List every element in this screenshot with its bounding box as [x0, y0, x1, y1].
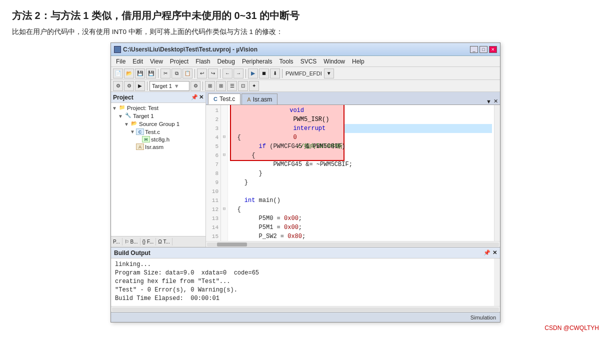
fold-6[interactable]: ⊟ [221, 150, 228, 159]
menu-window[interactable]: Window [320, 58, 348, 66]
menu-peripherals[interactable]: Peripherals [239, 58, 276, 66]
fold-14 [221, 222, 228, 231]
tree-isr-asm[interactable]: A Isr.asm [112, 143, 204, 150]
output-close-icon[interactable]: ✕ [492, 250, 497, 256]
toolbar-misc-btn4[interactable]: ⊡ [238, 81, 248, 91]
output-line-1: linking... [115, 260, 490, 269]
toolbar-sep4 [246, 69, 246, 78]
toolbar-undo-btn[interactable]: ↩ [197, 68, 207, 78]
toolbar-fwd-btn[interactable]: → [234, 68, 244, 78]
toolbar-misc-btn2[interactable]: ⊞ [216, 81, 226, 91]
code-line-13: P5M0 = 0x00 ; [230, 214, 492, 223]
toolbar-sep3 [220, 69, 220, 78]
int-num: 0 [290, 134, 296, 141]
toolbar-misc-btn1[interactable]: ⊞ [205, 81, 215, 91]
toolbar-debug-step2[interactable]: ⚙ [124, 81, 134, 91]
toolbar-build-btn[interactable]: ▶ [248, 68, 258, 78]
toolbar-new-btn[interactable]: 📄 [113, 68, 123, 78]
h-scrollbar-thumb[interactable] [217, 242, 247, 246]
ln-1: 1 [206, 106, 220, 115]
toolbar-stop-btn[interactable]: ⏹ [259, 68, 269, 78]
project-tab-f[interactable]: {} F... [140, 238, 156, 246]
line-numbers: 1 2 3 4 5 6 7 8 9 10 11 12 13 14 [206, 105, 221, 241]
project-panel-header: Project 📌 ✕ [111, 92, 206, 103]
menu-tools[interactable]: Tools [276, 58, 296, 66]
target-selector[interactable]: Target 1 ▼ [150, 81, 190, 91]
toolbar-redo-btn[interactable]: ↪ [208, 68, 218, 78]
toolbar-target-dropdown[interactable]: ▼ [324, 68, 334, 78]
menu-project[interactable]: Project [167, 58, 192, 66]
project-tab-p[interactable]: P... [111, 238, 122, 246]
menu-file[interactable]: File [113, 58, 128, 66]
val-psw2: 0x80 [288, 232, 302, 241]
toolbar-paste-btn[interactable]: 📋 [182, 68, 192, 78]
tree-test-c[interactable]: ▼ C Test.c [112, 128, 204, 136]
toolbar-saveall-btn[interactable]: 💾 [146, 68, 156, 78]
tree-source-group[interactable]: ▼ 📂 Source Group 1 [112, 120, 204, 128]
tree-project-root[interactable]: ▼ 📁 Project: Test [112, 104, 204, 112]
project-tab-o[interactable]: Ω T... [156, 238, 172, 246]
toolbar2-sep1 [147, 82, 148, 90]
page-title: 方法 2：与方法 1 类似，借用用户程序中未使用的 0~31 的中断号 [12, 9, 599, 22]
menu-view[interactable]: View [147, 58, 166, 66]
ide-title-text: C:\Users\Liu\Desktop\Test\Test.uvproj - … [123, 46, 258, 53]
code-line-15: P_SW2 = 0x80 ; [230, 232, 492, 241]
toolbar-cut-btn[interactable]: ✂ [160, 68, 170, 78]
ide-toolbar2: ⚙ ⚙ ▶ Target 1 ▼ ⚙ ⊞ ⊞ ☰ ⊡ ✦ [111, 80, 500, 92]
toolbar-debug-run[interactable]: ▶ [135, 81, 145, 91]
menu-debug[interactable]: Debug [214, 58, 238, 66]
tab-isr-asm[interactable]: A Isr.asm [242, 94, 278, 104]
tab-test-c[interactable]: C Test.c [208, 94, 240, 104]
val-p5m1: 0x00 [284, 223, 298, 232]
minimize-button[interactable]: _ [470, 46, 478, 53]
code-content[interactable]: #include <stc8g.h> void PWM5_ISR() inter… [228, 105, 494, 241]
fold-7 [221, 159, 228, 168]
toolbar-debug-step[interactable]: ⚙ [113, 81, 123, 91]
toolbar-copy-btn[interactable]: ⧉ [172, 68, 182, 78]
fold-9 [221, 177, 228, 186]
line5-text [230, 142, 259, 151]
code-editor: 1 2 3 4 5 6 7 8 9 10 11 12 13 14 [206, 105, 500, 241]
expand-project: ▼ [112, 106, 118, 111]
fold-4[interactable]: ⊟ [221, 132, 228, 141]
tab-isr-asm-label: Isr.asm [253, 96, 272, 103]
output-horizontal-scrollbar[interactable] [111, 306, 500, 312]
toolbar-settings-btn[interactable]: ⚙ [190, 81, 200, 91]
output-vertical-scrollbar[interactable] [494, 258, 500, 306]
ln-13: 13 [206, 214, 220, 223]
tree-target1[interactable]: ▼ 🔧 Target 1 [112, 112, 204, 120]
code-line-11: int main() [230, 196, 492, 205]
menu-edit[interactable]: Edit [130, 58, 146, 66]
output-pin-icon[interactable]: 📌 [484, 250, 490, 256]
toolbar-open-btn[interactable]: 📂 [124, 68, 134, 78]
toolbar-misc-btn5[interactable]: ✦ [249, 81, 259, 91]
toolbar-save-btn[interactable]: 💾 [135, 68, 145, 78]
code-vertical-scrollbar[interactable] [494, 105, 500, 241]
page-subtitle: 比如在用户的代码中，没有使用 INT0 中断，则可将上面的代码作类似与方法 1 … [12, 28, 599, 36]
toolbar-misc-btn3[interactable]: ☰ [227, 81, 237, 91]
toolbar-download-btn[interactable]: ⬇ [270, 68, 280, 78]
project-tab-b[interactable]: ⚐ B... [122, 238, 140, 246]
maximize-button[interactable]: □ [480, 46, 488, 53]
fold-10 [221, 186, 228, 195]
code-tab-arrow-down[interactable]: ▼ [486, 98, 492, 104]
code-tab-close-btn[interactable]: ✕ [494, 98, 498, 104]
menu-svcs[interactable]: SVCS [298, 58, 320, 66]
ln-3: 3 [206, 124, 220, 133]
file-h-icon: H [142, 136, 150, 142]
expand-source-group: ▼ [124, 122, 130, 127]
project-pin-icon[interactable]: 📌 [191, 94, 198, 100]
output-content[interactable]: linking... Program Size: data=9.0 xdata=… [111, 258, 494, 306]
toolbar-back-btn[interactable]: ← [222, 68, 232, 78]
ide-menubar: File Edit View Project Flash Debug Perip… [111, 56, 500, 67]
tree-stc8g-h[interactable]: H stc8g.h [112, 136, 204, 143]
menu-help[interactable]: Help [349, 58, 368, 66]
val-p5m0: 0x00 [284, 214, 298, 223]
code-horizontal-scrollbar[interactable] [206, 241, 500, 247]
code-line-9: } [230, 178, 492, 187]
close-button[interactable]: ✕ [489, 46, 497, 53]
watermark: CSDN @CWQLTYH [12, 324, 599, 332]
fold-12[interactable]: ⊟ [221, 204, 228, 213]
project-close-icon[interactable]: ✕ [199, 94, 204, 100]
menu-flash[interactable]: Flash [192, 58, 213, 66]
